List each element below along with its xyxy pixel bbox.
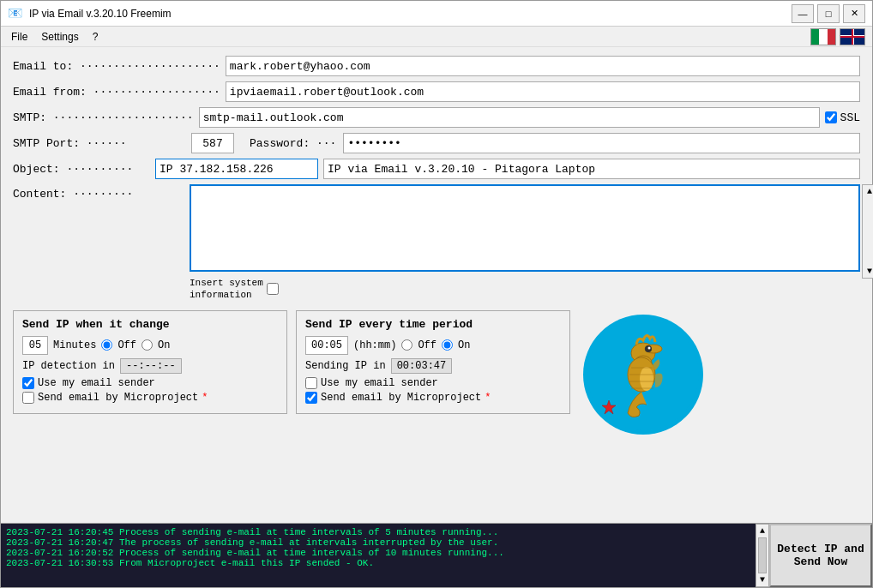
sending-label: Sending IP in bbox=[305, 360, 386, 372]
insert-sys-row: Insert systeminformation bbox=[190, 277, 860, 302]
off-on-group-left: Off On bbox=[101, 339, 170, 351]
content-label: Content: ········· bbox=[13, 188, 184, 201]
minutes-input[interactable] bbox=[22, 336, 48, 355]
period-off-radio[interactable] bbox=[401, 339, 412, 351]
insert-sys-label: Insert systeminformation bbox=[190, 277, 263, 302]
svg-point-4 bbox=[648, 346, 651, 349]
window-title: IP via Email v.3.20.10 Freemim bbox=[29, 8, 172, 20]
content-scrollbar[interactable]: ▲ ▼ bbox=[862, 184, 873, 279]
smtp-input[interactable] bbox=[199, 107, 820, 128]
detection-row: IP detection in --:--:-- bbox=[22, 358, 278, 374]
use-email-sender-right-checkbox[interactable] bbox=[305, 377, 317, 389]
ssl-check: SSL bbox=[825, 111, 860, 124]
scroll-down-icon[interactable]: ▼ bbox=[867, 267, 872, 276]
log-wrap: ▲ ▼ bbox=[1, 524, 769, 587]
change-on-label: On bbox=[158, 339, 170, 351]
email-from-label: Email from: ··················· bbox=[13, 86, 220, 99]
minutes-label: Minutes bbox=[53, 339, 96, 351]
detect-btn-text: Detect IP and Send Now bbox=[777, 543, 864, 568]
main-window: 📧 IP via Email v.3.20.10 Freemim — □ ✕ F… bbox=[0, 0, 873, 588]
italian-flag[interactable] bbox=[810, 28, 836, 45]
off-on-group-right: Off On bbox=[401, 339, 470, 351]
log-scrollbar[interactable]: ▲ ▼ bbox=[756, 524, 769, 587]
password-input[interactable] bbox=[343, 133, 860, 153]
use-email-sender-left-checkbox[interactable] bbox=[22, 377, 34, 389]
log-scroll-up-icon[interactable]: ▲ bbox=[760, 526, 765, 536]
check-row-2-left: Send email by Microproject * bbox=[22, 392, 278, 404]
detect-btn-line2: Send Now bbox=[777, 555, 864, 568]
content-textarea-wrap: ▲ ▼ Insert systeminformation bbox=[190, 184, 860, 302]
close-button[interactable]: ✕ bbox=[843, 4, 865, 23]
send-by-microproject-left-checkbox[interactable] bbox=[22, 392, 34, 404]
log-section: ▲ ▼ Detect IP and Send Now bbox=[1, 523, 872, 587]
detect-btn-line1: Detect IP and bbox=[777, 543, 864, 555]
object-left-input[interactable] bbox=[155, 159, 318, 179]
hhmm-label: (hh:mm) bbox=[353, 339, 396, 351]
detect-send-button[interactable]: Detect IP and Send Now bbox=[769, 524, 872, 587]
detection-label: IP detection in bbox=[22, 360, 115, 372]
change-off-label: Off bbox=[117, 339, 136, 351]
log-scroll-down-icon[interactable]: ▼ bbox=[760, 575, 765, 585]
bottom-section: Send IP when it change Minutes Off On IP… bbox=[13, 310, 860, 439]
sending-value: 00:03:47 bbox=[391, 358, 453, 374]
use-email-sender-left-label: Use my email sender bbox=[38, 377, 155, 389]
period-on-label: On bbox=[458, 339, 470, 351]
content-textarea[interactable] bbox=[190, 184, 860, 272]
menu-help[interactable]: ? bbox=[86, 29, 105, 45]
check-row-1-right: Use my email sender bbox=[305, 377, 561, 389]
app-icon: 📧 bbox=[8, 6, 22, 21]
flag-area bbox=[810, 28, 865, 45]
port-label: SMTP Port: ······ bbox=[13, 137, 184, 150]
svg-point-7 bbox=[640, 367, 653, 391]
port-input[interactable] bbox=[191, 133, 234, 153]
port-row: SMTP Port: ······ Password: ··· bbox=[13, 133, 860, 153]
period-on-radio[interactable] bbox=[442, 339, 453, 351]
email-from-input[interactable] bbox=[226, 81, 860, 102]
detection-value: --:--:-- bbox=[120, 358, 182, 374]
change-off-radio[interactable] bbox=[101, 339, 112, 351]
insert-sys-checkbox[interactable] bbox=[267, 283, 279, 295]
time-period-input[interactable] bbox=[305, 336, 348, 355]
panel-left-title: Send IP when it change bbox=[22, 318, 278, 331]
change-on-radio[interactable] bbox=[141, 339, 153, 351]
object-row: Object: ·········· bbox=[13, 159, 860, 179]
panel-right-title: Send IP every time period bbox=[305, 318, 561, 331]
panel-send-ip-period: Send IP every time period (hh:mm) Off On… bbox=[296, 310, 570, 414]
object-label: Object: ·········· bbox=[13, 163, 150, 176]
panel-right-timer-row: (hh:mm) Off On bbox=[305, 336, 561, 355]
menu-settings[interactable]: Settings bbox=[34, 29, 85, 45]
sending-row: Sending IP in 00:03:47 bbox=[305, 358, 561, 374]
check-row-1-left: Use my email sender bbox=[22, 377, 278, 389]
period-off-label: Off bbox=[418, 339, 436, 351]
maximize-button[interactable]: □ bbox=[817, 4, 840, 23]
ssl-checkbox[interactable] bbox=[825, 111, 837, 123]
seahorse-image bbox=[587, 319, 699, 430]
titlebar-controls: — □ ✕ bbox=[792, 4, 865, 23]
panel-send-ip-change: Send IP when it change Minutes Off On IP… bbox=[13, 310, 287, 414]
content-area: Email to: ····················· Email fr… bbox=[1, 47, 872, 523]
email-from-row: Email from: ··················· bbox=[13, 81, 860, 102]
menu-file[interactable]: File bbox=[4, 29, 34, 45]
seahorse-circle bbox=[583, 315, 703, 435]
uk-flag[interactable] bbox=[840, 28, 865, 45]
titlebar-left: 📧 IP via Email v.3.20.10 Freemim bbox=[8, 6, 172, 21]
use-email-sender-right-label: Use my email sender bbox=[321, 377, 438, 389]
scroll-up-icon[interactable]: ▲ bbox=[867, 187, 872, 196]
send-by-microproject-left-label: Send email by Microproject bbox=[38, 392, 198, 404]
password-label: Password: ··· bbox=[250, 137, 336, 150]
log-textarea[interactable] bbox=[1, 524, 756, 587]
asterisk-left: * bbox=[202, 392, 208, 404]
minimize-button[interactable]: — bbox=[792, 4, 814, 23]
seahorse-area bbox=[579, 310, 707, 439]
titlebar: 📧 IP via Email v.3.20.10 Freemim — □ ✕ bbox=[1, 1, 872, 27]
content-section: Content: ········· ▲ ▼ Insert systeminfo… bbox=[13, 184, 860, 302]
ssl-label: SSL bbox=[840, 111, 860, 124]
check-row-2-right: Send email by Microproject * bbox=[305, 392, 561, 404]
send-by-microproject-right-checkbox[interactable] bbox=[305, 392, 317, 404]
object-right-input[interactable] bbox=[323, 159, 860, 179]
log-scroll-thumb bbox=[758, 537, 767, 573]
email-to-label: Email to: ····················· bbox=[13, 60, 220, 73]
smtp-label: SMTP: ····················· bbox=[13, 111, 194, 124]
email-to-input[interactable] bbox=[226, 56, 860, 76]
send-by-microproject-right-label: Send email by Microproject bbox=[321, 392, 481, 404]
